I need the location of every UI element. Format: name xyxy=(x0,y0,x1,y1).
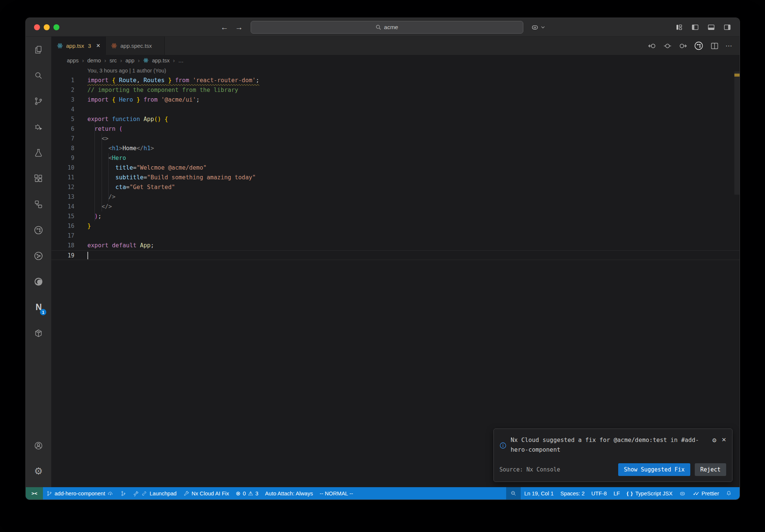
minimize-window-button[interactable] xyxy=(44,24,50,30)
nx-cloud-icon[interactable] xyxy=(26,243,51,269)
nav-last-edit-icon[interactable] xyxy=(663,41,672,50)
nx-projects-icon[interactable] xyxy=(26,191,51,217)
line-content: <Hero xyxy=(87,153,126,163)
breadcrumb-item[interactable]: src xyxy=(109,58,117,64)
edge-browser-icon[interactable] xyxy=(26,269,51,294)
branch-icon xyxy=(46,491,52,497)
toggle-primary-sidebar-icon[interactable] xyxy=(691,23,699,31)
nav-forward-icon[interactable] xyxy=(678,41,687,50)
source-control-icon[interactable] xyxy=(26,88,51,114)
copilot-status-item[interactable] xyxy=(676,487,689,499)
customize-layout-icon[interactable] xyxy=(675,23,683,31)
extensions-icon[interactable] xyxy=(26,166,51,191)
indent-guide xyxy=(108,153,109,202)
line-number: 2 xyxy=(52,85,74,95)
code-line[interactable]: 4 xyxy=(52,105,740,114)
code-editor[interactable]: You, 3 hours ago | 1 author (You) 1impor… xyxy=(52,66,740,487)
history-forward-icon[interactable]: → xyxy=(235,23,243,32)
line-content: export function App() { xyxy=(87,114,168,124)
maximize-window-button[interactable] xyxy=(53,24,59,30)
settings-gear-icon[interactable]: ⚙ xyxy=(26,458,51,484)
nav-back-icon[interactable] xyxy=(648,41,657,50)
copilot-menu[interactable] xyxy=(531,23,545,31)
zoom-out-item[interactable] xyxy=(506,487,521,499)
code-line[interactable]: 3import { Hero } from '@acme/ui'; xyxy=(52,95,740,105)
search-icon xyxy=(375,24,381,30)
cursor-position-item[interactable]: Ln 19, Col 1 xyxy=(521,487,557,499)
code-line[interactable]: 17 xyxy=(52,231,740,241)
notification-close-icon[interactable]: × xyxy=(722,436,726,443)
react-icon xyxy=(143,58,149,63)
run-debug-icon[interactable] xyxy=(26,114,51,140)
breadcrumb-item[interactable]: … xyxy=(178,58,184,64)
code-line[interactable]: 12 cta="Get Started" xyxy=(52,182,740,192)
eol-item[interactable]: LF xyxy=(610,487,623,499)
breadcrumb-item[interactable]: app.tsx xyxy=(152,58,170,64)
code-line[interactable]: 15 ); xyxy=(52,211,740,221)
breadcrumb-item[interactable]: app xyxy=(126,58,134,64)
braces-icon: { } xyxy=(626,491,633,496)
package-icon[interactable] xyxy=(26,320,51,346)
accounts-icon[interactable] xyxy=(26,433,51,458)
history-back-icon[interactable]: ← xyxy=(221,23,229,32)
close-window-button[interactable] xyxy=(34,24,40,30)
code-line[interactable]: 11 subtitle="Build something amazing tod… xyxy=(52,173,740,182)
auto-attach-item[interactable]: Auto Attach: Always xyxy=(262,487,316,499)
code-line[interactable]: 5export function App() { xyxy=(52,114,740,124)
prettier-item[interactable]: ✓✓ Prettier xyxy=(689,487,722,499)
scrollbar-thumb[interactable] xyxy=(734,71,740,195)
explorer-icon[interactable] xyxy=(26,37,51,62)
tab-label: app.spec.tsx xyxy=(120,43,152,49)
line-content: title="Welcmoe @acme/demo" xyxy=(87,163,207,173)
search-icon[interactable] xyxy=(26,62,51,88)
git-branch-item[interactable]: add-hero-component xyxy=(43,487,117,499)
code-line[interactable]: 2// importing the component from the lib… xyxy=(52,85,740,95)
code-line[interactable]: 8 <h1>Home</h1> xyxy=(52,143,740,153)
line-number: 18 xyxy=(52,241,74,250)
language-mode-item[interactable]: { } TypeScript JSX xyxy=(623,487,676,499)
command-center-search[interactable]: acme xyxy=(251,21,523,34)
toggle-secondary-sidebar-icon[interactable] xyxy=(723,23,731,31)
close-tab-icon[interactable]: × xyxy=(96,42,100,50)
tab-app-tsx[interactable]: app.tsx 3 × xyxy=(52,37,106,55)
chevron-down-icon xyxy=(541,26,545,29)
nx-graph-action-icon[interactable] xyxy=(694,41,704,51)
reject-button[interactable]: Reject xyxy=(695,463,726,476)
vim-mode-item[interactable]: -- NORMAL -- xyxy=(316,487,356,499)
commits-icon xyxy=(120,491,126,497)
problems-item[interactable]: ⊗ 0 ⚠ 3 xyxy=(232,487,261,499)
encoding-item[interactable]: UTF-8 xyxy=(588,487,610,499)
code-line[interactable]: 6 return ( xyxy=(52,124,740,134)
remote-indicator[interactable]: >< xyxy=(26,487,43,499)
code-line[interactable]: 1import { Route, Routes } from 'react-ro… xyxy=(52,75,740,85)
notification-settings-icon[interactable]: ⚙ xyxy=(712,436,716,444)
breadcrumb-item[interactable]: demo xyxy=(87,58,101,64)
line-number: 13 xyxy=(52,192,74,202)
launchpad-item[interactable]: Launchpad xyxy=(130,487,180,499)
scrollbar[interactable] xyxy=(734,66,740,487)
indentation-item[interactable]: Spaces: 2 xyxy=(557,487,588,499)
tab-app-spec-tsx[interactable]: app.spec.tsx xyxy=(106,37,165,55)
nx-console-icon[interactable]: N 1 xyxy=(26,294,51,320)
notifications-bell-item[interactable] xyxy=(722,487,735,499)
nx-graph-icon[interactable] xyxy=(26,217,51,243)
toggle-panel-icon[interactable] xyxy=(707,23,715,31)
notification-source: Source: Nx Console xyxy=(499,466,560,473)
code-line[interactable]: 7 <> xyxy=(52,134,740,143)
more-actions-icon[interactable]: ⋯ xyxy=(725,42,733,50)
show-suggested-fix-button[interactable]: Show Suggested Fix xyxy=(618,463,690,476)
code-line[interactable]: 18export default App; xyxy=(52,241,740,250)
code-line[interactable]: 9 <Hero xyxy=(52,153,740,163)
code-line[interactable]: 13 /> xyxy=(52,192,740,202)
testing-icon[interactable] xyxy=(26,140,51,166)
activity-bar: N 1 ⚙ xyxy=(26,37,52,487)
code-line[interactable]: 10 title="Welcmoe @acme/demo" xyxy=(52,163,740,173)
source-control-graph-item[interactable] xyxy=(117,487,130,499)
code-line[interactable]: 14 </> xyxy=(52,202,740,211)
nx-cloud-fix-item[interactable]: Nx Cloud AI Fix xyxy=(180,487,233,499)
split-editor-icon[interactable] xyxy=(710,41,719,50)
code-line[interactable]: 16} xyxy=(52,221,740,231)
copilot-icon xyxy=(531,23,539,31)
breadcrumb-item[interactable]: apps xyxy=(67,58,79,64)
code-line[interactable]: 19 xyxy=(52,250,740,260)
